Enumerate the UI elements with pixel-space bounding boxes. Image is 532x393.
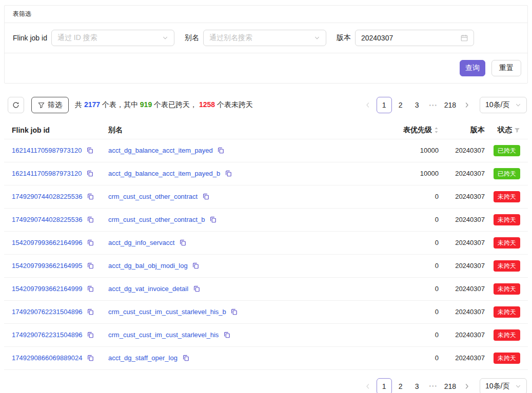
flink-job-id-link[interactable]: 1749290762231504896 xyxy=(12,308,82,316)
status-cell: 未跨天 xyxy=(489,185,528,208)
status-header-label: 状态 xyxy=(498,126,512,135)
copy-icon[interactable] xyxy=(183,355,189,361)
results-toolbar: 筛选 共 2177 个表，其中 919 个表已跨天， 1258 个表未跨天 1 … xyxy=(8,97,527,113)
copy-icon[interactable] xyxy=(87,308,94,315)
alias-link[interactable]: acct_dg_info_servacct xyxy=(108,239,174,246)
priority-cell: 0 xyxy=(320,185,443,208)
copy-icon[interactable] xyxy=(210,216,216,223)
next-page-button[interactable] xyxy=(459,378,475,393)
version-label: 版本 xyxy=(337,33,351,43)
alias-link[interactable]: acct_dg_balance_acct_item_payed xyxy=(108,147,213,154)
priority-cell: 0 xyxy=(320,346,443,369)
version-date-input[interactable]: 20240307 xyxy=(355,30,474,46)
id-cell: 1621411705987973120 xyxy=(4,162,104,185)
status-cell: 已跨天 xyxy=(489,139,528,162)
alias-link[interactable]: acct_dg_staff_oper_log xyxy=(108,354,178,362)
page-button-last[interactable]: 218 xyxy=(442,97,458,113)
alias-cell: crm_cust_cust_im_cust_starlevel_his xyxy=(104,323,320,346)
copy-icon[interactable] xyxy=(192,262,199,269)
prev-page-button[interactable] xyxy=(360,97,376,113)
query-button[interactable]: 查询 xyxy=(460,60,485,76)
alias-link[interactable]: crm_cust_cust_im_cust_starlevel_his_b xyxy=(108,308,226,316)
sort-icon[interactable] xyxy=(434,127,439,134)
copy-icon[interactable] xyxy=(87,193,94,200)
alias-link[interactable]: crm_cust_cust_other_contract_b xyxy=(108,216,205,223)
page-size-select[interactable]: 10条/页 xyxy=(480,97,527,113)
status-badge: 未跨天 xyxy=(494,329,520,341)
refresh-button[interactable] xyxy=(8,97,24,113)
status-badge: 未跨天 xyxy=(494,191,520,202)
alias-link[interactable]: acct_dg_bal_obj_modi_log xyxy=(108,262,188,270)
flink-job-id-link[interactable]: 1749290744028225536 xyxy=(12,216,82,223)
status-cell: 未跨天 xyxy=(489,231,528,254)
summary-part: 个表已跨天， xyxy=(152,100,199,109)
alias-select[interactable]: 通过别名搜索 xyxy=(203,30,326,46)
id-cell: 1749290744028225536 xyxy=(4,208,104,231)
alias-link[interactable]: crm_cust_cust_other_contract xyxy=(108,193,198,200)
pagination-ellipsis[interactable]: ••• xyxy=(426,97,441,113)
copy-icon[interactable] xyxy=(225,170,232,177)
page-button-3[interactable]: 3 xyxy=(409,97,425,113)
copy-icon[interactable] xyxy=(218,147,224,154)
copy-icon[interactable] xyxy=(87,285,94,292)
copy-icon[interactable] xyxy=(87,332,94,338)
table-row: 1542097993662164995 acct_dg_bal_obj_modi… xyxy=(4,254,528,277)
flink-job-id-link[interactable]: 1542097993662164999 xyxy=(12,285,82,293)
copy-icon[interactable] xyxy=(87,239,94,246)
flink-job-id-select[interactable]: 通过 ID 搜索 xyxy=(51,30,174,46)
status-cell: 未跨天 xyxy=(489,346,528,369)
flink-job-id-link[interactable]: 1749290762231504896 xyxy=(12,331,82,339)
filter-button-label: 筛选 xyxy=(48,100,62,110)
version-cell: 20240307 xyxy=(443,346,489,369)
summary-part: 个表未跨天 xyxy=(215,100,253,109)
pagination-ellipsis[interactable]: ••• xyxy=(426,378,441,393)
copy-icon[interactable] xyxy=(203,193,209,200)
column-filter-icon[interactable] xyxy=(514,127,520,133)
table-row: 1749290866069889024 acct_dg_staff_oper_l… xyxy=(4,346,528,369)
column-header-status[interactable]: 状态 xyxy=(489,121,528,139)
filter-button[interactable]: 筛选 xyxy=(31,97,69,113)
status-cell: 未跨天 xyxy=(489,277,528,300)
copy-icon[interactable] xyxy=(224,332,230,338)
priority-cell: 10000 xyxy=(320,139,443,162)
copy-icon[interactable] xyxy=(193,285,200,292)
copy-icon[interactable] xyxy=(87,170,93,177)
page-button-last[interactable]: 218 xyxy=(442,378,458,393)
alias-link[interactable]: crm_cust_cust_im_cust_starlevel_his xyxy=(108,331,219,339)
page-button-2[interactable]: 2 xyxy=(393,378,408,393)
alias-cell: acct_dg_vat_invoice_detail xyxy=(104,277,320,300)
copy-icon[interactable] xyxy=(87,262,94,269)
summary-part: 个表，其中 xyxy=(100,100,140,109)
table-row: 1621411705987973120 acct_dg_balance_acct… xyxy=(4,139,528,162)
table-row: 1749290744028225536 crm_cust_cust_other_… xyxy=(4,185,528,208)
flink-job-id-link[interactable]: 1749290866069889024 xyxy=(12,354,82,362)
prev-page-button[interactable] xyxy=(360,378,376,393)
page-size-select[interactable]: 10条/页 xyxy=(480,378,527,393)
page-button-2[interactable]: 2 xyxy=(393,97,408,113)
flink-job-id-label: Flink job id xyxy=(13,34,47,42)
copy-icon[interactable] xyxy=(87,147,93,154)
flink-job-id-link[interactable]: 1749290744028225536 xyxy=(12,193,82,200)
page-button-3[interactable]: 3 xyxy=(409,378,425,393)
id-cell: 1749290866069889024 xyxy=(4,346,104,369)
next-page-button[interactable] xyxy=(459,97,475,113)
copy-icon[interactable] xyxy=(180,239,186,246)
flink-job-id-link[interactable]: 1621411705987973120 xyxy=(12,170,82,177)
alias-label: 别名 xyxy=(185,33,199,43)
status-cell: 未跨天 xyxy=(489,254,528,277)
version-cell: 20240307 xyxy=(443,139,489,162)
page-button-1[interactable]: 1 xyxy=(377,97,392,113)
flink-job-id-link[interactable]: 1621411705987973120 xyxy=(12,147,82,154)
page-button-1[interactable]: 1 xyxy=(377,378,392,393)
flink-job-id-link[interactable]: 1542097993662164995 xyxy=(12,262,82,270)
copy-icon[interactable] xyxy=(87,355,94,361)
alias-link[interactable]: acct_dg_balance_acct_item_payed_b xyxy=(108,170,220,177)
copy-icon[interactable] xyxy=(87,216,94,223)
alias-link[interactable]: acct_dg_vat_invoice_detail xyxy=(108,285,188,293)
status-cell: 未跨天 xyxy=(489,208,528,231)
column-header-priority[interactable]: 表优先级 xyxy=(320,121,443,139)
copy-icon[interactable] xyxy=(231,308,238,315)
reset-button[interactable]: 重置 xyxy=(491,60,521,76)
status-badge: 已跨天 xyxy=(494,145,520,156)
flink-job-id-link[interactable]: 1542097993662164996 xyxy=(12,239,82,246)
